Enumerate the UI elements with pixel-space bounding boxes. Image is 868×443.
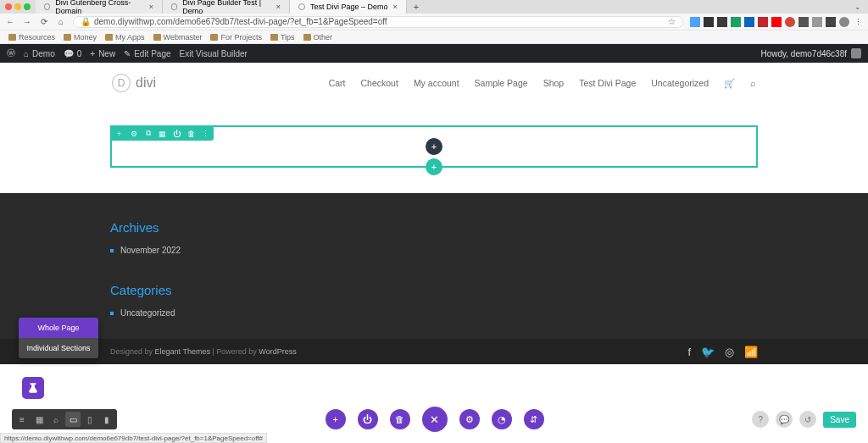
nav-link[interactable]: Test Divi Page: [579, 78, 636, 89]
ext-icon[interactable]: [744, 17, 754, 27]
search-icon[interactable]: ⌕: [750, 78, 756, 89]
close-window-dot[interactable]: [5, 3, 12, 10]
wp-logo-icon[interactable]: ⓦ: [7, 47, 15, 59]
bookmark-folder[interactable]: Tips: [270, 33, 295, 42]
archive-link[interactable]: November 2022: [110, 243, 758, 257]
section-duplicate-icon[interactable]: ⧉: [143, 129, 153, 138]
twitter-icon[interactable]: 🐦: [701, 346, 715, 358]
ext-icon[interactable]: [812, 17, 822, 27]
tab-title: Divi Gutenberg Cross-Domain: [55, 0, 144, 15]
builder-undo-button[interactable]: ↺: [799, 411, 816, 428]
browser-tab-0[interactable]: Divi Gutenberg Cross-Domain ×: [36, 0, 163, 14]
wp-edit-page[interactable]: ✎Edit Page: [124, 49, 170, 58]
wp-exit-visual-builder[interactable]: Exit Visual Builder: [180, 49, 248, 58]
tab-close-icon[interactable]: ×: [149, 3, 153, 11]
tab-close-icon[interactable]: ×: [393, 3, 398, 11]
social-links: f 🐦 ◎ 📶: [687, 346, 758, 358]
divi-section[interactable]: + ⚙ ⧉ ▦ ⏻ 🗑 ⋮ + +: [110, 125, 758, 168]
categories-widget: Categories Uncategorized: [110, 283, 758, 320]
ext-icon[interactable]: [717, 17, 727, 27]
builder-trash-button[interactable]: 🗑: [390, 409, 410, 429]
builder-sort-button[interactable]: ⇵: [524, 409, 544, 429]
ext-icon[interactable]: [758, 17, 768, 27]
facebook-icon[interactable]: f: [687, 346, 691, 358]
builder-history-button[interactable]: ◔: [492, 409, 512, 429]
site-logo[interactable]: D divi: [112, 74, 156, 92]
ext-icon[interactable]: [826, 17, 836, 27]
add-section-button[interactable]: +: [426, 158, 442, 175]
builder-help-button[interactable]: ?: [752, 411, 769, 428]
forward-button[interactable]: →: [22, 17, 32, 26]
desktop-mode-icon[interactable]: ▭: [65, 412, 81, 427]
cart-icon[interactable]: 🛒: [724, 78, 735, 89]
star-icon[interactable]: ☆: [668, 17, 676, 26]
tab-close-icon[interactable]: ×: [276, 3, 281, 11]
wp-site-link[interactable]: ⌂Demo: [24, 49, 55, 58]
builder-close-button[interactable]: ✕: [422, 407, 448, 432]
grid-mode-icon[interactable]: ▦: [31, 412, 47, 427]
nav-link[interactable]: Uncategorized: [651, 78, 709, 89]
wp-howdy[interactable]: Howdy, demo7d46c38f: [760, 48, 861, 58]
split-test-fab[interactable]: [22, 377, 44, 399]
zoom-mode-icon[interactable]: ⌕: [48, 412, 64, 427]
builder-settings-button[interactable]: ⚙: [459, 409, 480, 429]
minimize-window-dot[interactable]: [14, 3, 21, 10]
section-add-icon[interactable]: +: [114, 129, 124, 138]
browser-tab-1[interactable]: Divi Page Builder Test | Demo ×: [163, 0, 290, 14]
ext-icon[interactable]: [839, 17, 849, 27]
bookmark-folder[interactable]: Money: [64, 33, 97, 42]
browser-menu-icon[interactable]: ⋮: [853, 17, 863, 27]
maximize-window-dot[interactable]: [24, 3, 31, 10]
category-link[interactable]: Uncategorized: [110, 306, 758, 320]
ext-icon[interactable]: [798, 17, 809, 27]
nav-link[interactable]: Cart: [329, 78, 346, 89]
reload-button[interactable]: ⟳: [39, 17, 49, 26]
tablet-mode-icon[interactable]: ▯: [82, 412, 97, 427]
nav-link[interactable]: Checkout: [361, 78, 398, 89]
builder-power-button[interactable]: ⏻: [358, 409, 378, 429]
rss-icon[interactable]: 📶: [744, 346, 758, 358]
home-button[interactable]: ⌂: [56, 17, 66, 26]
section-settings-icon[interactable]: ⚙: [129, 129, 138, 138]
bookmark-folder[interactable]: Webmaster: [153, 33, 203, 42]
url-input[interactable]: 🔒 demo.diywithwp.com/demo6e679db7/test-d…: [73, 16, 683, 28]
favicon-icon: [298, 3, 305, 10]
nav-link[interactable]: My account: [414, 78, 459, 89]
browser-tab-2[interactable]: Test Divi Page – Demo ×: [290, 0, 407, 14]
ext-icon[interactable]: [771, 17, 782, 27]
bookmark-folder[interactable]: Other: [303, 33, 333, 42]
wp-comments[interactable]: 💬0: [64, 49, 82, 58]
nav-link[interactable]: Shop: [543, 78, 565, 89]
back-button[interactable]: ←: [5, 17, 15, 26]
bookmarks-bar: Resources Money My Apps Webmaster For Pr…: [0, 30, 868, 44]
favicon-icon: [171, 3, 177, 10]
wireframe-mode-icon[interactable]: ≡: [14, 412, 30, 427]
logo-text: divi: [136, 75, 156, 91]
builder-chat-button[interactable]: 💬: [776, 411, 793, 428]
add-row-button[interactable]: +: [426, 138, 442, 155]
save-button[interactable]: Save: [823, 412, 856, 428]
phone-mode-icon[interactable]: ▮: [99, 412, 114, 427]
credits-link[interactable]: Elegant Themes: [155, 347, 210, 356]
ext-icon[interactable]: [785, 17, 795, 27]
section-save-icon[interactable]: ▦: [158, 129, 167, 138]
ext-icon[interactable]: [690, 17, 700, 27]
new-tab-button[interactable]: +: [407, 2, 426, 12]
split-test-whole-page[interactable]: Whole Page: [19, 318, 98, 338]
url-text: demo.diywithwp.com/demo6e679db7/test-div…: [94, 17, 387, 26]
tabs-overflow-icon[interactable]: ⌄: [848, 3, 868, 11]
section-delete-icon[interactable]: 🗑: [186, 129, 196, 138]
builder-add-button[interactable]: +: [326, 409, 346, 429]
ext-icon[interactable]: [731, 17, 741, 27]
section-more-icon[interactable]: ⋮: [201, 129, 210, 138]
wp-new[interactable]: +New: [90, 49, 115, 58]
credits-link[interactable]: WordPress: [259, 347, 296, 356]
section-toggle-icon[interactable]: ⏻: [172, 129, 181, 138]
bookmark-folder[interactable]: My Apps: [105, 33, 145, 42]
bookmark-folder[interactable]: Resources: [8, 33, 55, 42]
bookmark-folder[interactable]: For Projects: [210, 33, 262, 42]
nav-link[interactable]: Sample Page: [475, 78, 528, 89]
split-test-individual-sections[interactable]: Individual Sections: [19, 338, 98, 358]
instagram-icon[interactable]: ◎: [725, 346, 734, 358]
ext-icon[interactable]: [704, 17, 714, 27]
